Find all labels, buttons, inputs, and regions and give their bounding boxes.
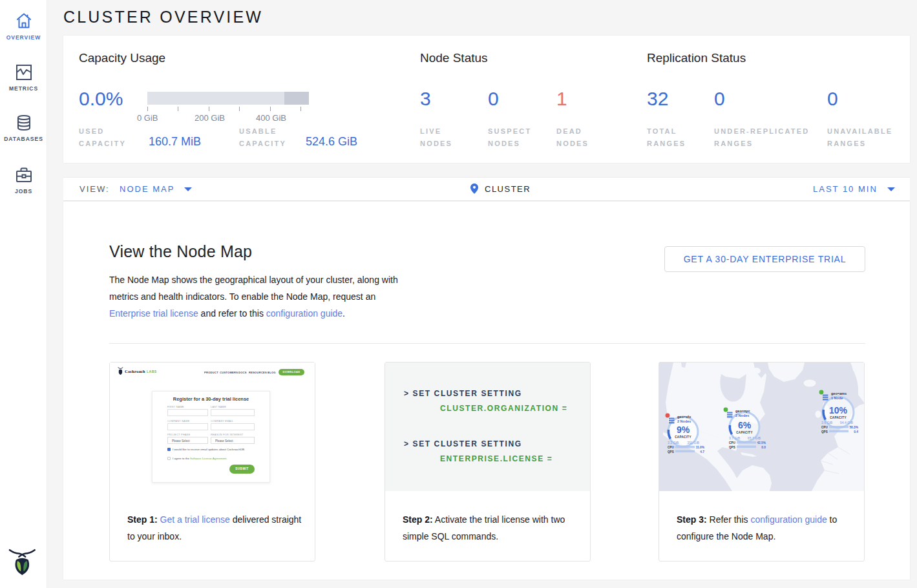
svg-text:6%: 6% bbox=[738, 420, 752, 430]
svg-text:0.0: 0.0 bbox=[761, 446, 766, 449]
svg-text:58.3%: 58.3% bbox=[849, 426, 858, 429]
svg-text:CPU: CPU bbox=[821, 426, 828, 429]
svg-text:3.2 GiB: 3.2 GiB bbox=[668, 441, 679, 445]
svg-text:geo=sfo: geo=sfo bbox=[677, 415, 691, 419]
svg-text:11.0%: 11.0% bbox=[696, 446, 705, 449]
svg-text:QPS: QPS bbox=[668, 450, 674, 454]
svg-text:10%: 10% bbox=[829, 405, 848, 415]
svg-text:2 Nodes: 2 Nodes bbox=[735, 414, 749, 417]
svg-text:geo=nyc: geo=nyc bbox=[735, 409, 750, 413]
svg-text:4.7: 4.7 bbox=[700, 450, 704, 454]
svg-text:CAPACITY: CAPACITY bbox=[830, 416, 847, 419]
svg-text:65.7 GiB: 65.7 GiB bbox=[748, 436, 761, 440]
svg-text:geo=ams: geo=ams bbox=[831, 392, 847, 395]
svg-text:QPS: QPS bbox=[729, 446, 735, 449]
svg-text:351 GiB: 351 GiB bbox=[687, 441, 699, 445]
svg-text:QPS: QPS bbox=[821, 430, 828, 434]
svg-text:CAPACITY: CAPACITY bbox=[736, 431, 753, 434]
svg-text:2 Nodes: 2 Nodes bbox=[677, 419, 691, 423]
svg-text:3.7 GiB: 3.7 GiB bbox=[729, 436, 741, 440]
svg-text:3.6 GiB: 3.6 GiB bbox=[821, 421, 833, 425]
svg-text:CAPACITY: CAPACITY bbox=[675, 436, 691, 439]
svg-text:CPU: CPU bbox=[668, 446, 674, 449]
svg-text:CPU: CPU bbox=[729, 441, 735, 445]
svg-text:1 Node: 1 Node bbox=[831, 396, 843, 400]
svg-text:94.4 GiB: 94.4 GiB bbox=[840, 421, 854, 425]
svg-text:0.4: 0.4 bbox=[854, 430, 858, 434]
svg-text:9%: 9% bbox=[677, 425, 690, 435]
svg-text:42.5%: 42.5% bbox=[757, 441, 766, 445]
